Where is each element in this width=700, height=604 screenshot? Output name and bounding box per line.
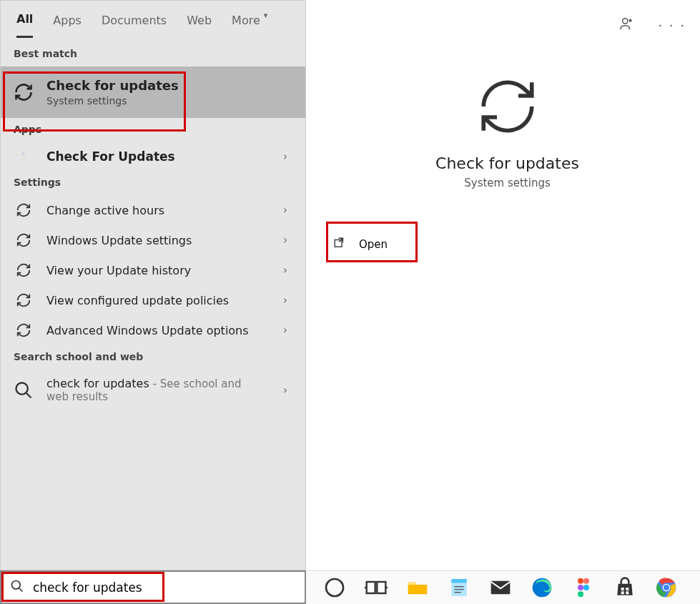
java-app-icon — [14, 149, 34, 164]
chevron-right-icon[interactable]: › — [278, 384, 292, 397]
tab-all[interactable]: All — [16, 12, 33, 38]
section-best-match: Best match — [1, 42, 305, 66]
svg-rect-8 — [377, 582, 385, 593]
settings-title: Change active hours — [46, 204, 265, 217]
search-icon — [14, 380, 34, 400]
search-input[interactable] — [33, 580, 305, 595]
svg-rect-25 — [621, 591, 624, 594]
more-options-icon[interactable]: · · · — [658, 18, 686, 33]
settings-result-advanced-update[interactable]: Advanced Windows Update options › — [1, 315, 305, 345]
chevron-down-icon: ▾ — [264, 11, 268, 20]
settings-title: View configured update policies — [46, 294, 265, 307]
sync-icon — [14, 232, 34, 248]
svg-point-6 — [326, 579, 343, 596]
svg-line-1 — [26, 392, 31, 397]
web-search-result[interactable]: check for updates - See school and web r… — [1, 370, 305, 410]
tab-more-label: More — [232, 14, 260, 27]
edge-icon[interactable] — [531, 576, 553, 599]
svg-rect-23 — [621, 588, 624, 590]
feedback-icon[interactable] — [619, 16, 635, 34]
section-settings: Settings — [1, 171, 305, 195]
svg-point-22 — [578, 591, 583, 597]
app-result[interactable]: Check For Updates › — [1, 142, 305, 171]
settings-result-update-history[interactable]: View your Update history › — [1, 255, 305, 285]
tab-apps[interactable]: Apps — [53, 14, 82, 37]
preview-subtitle: System settings — [464, 177, 551, 189]
chevron-right-icon[interactable]: › — [278, 324, 292, 337]
notepad-icon[interactable] — [448, 576, 470, 599]
store-icon[interactable] — [613, 576, 636, 599]
mail-icon[interactable] — [489, 576, 512, 599]
search-results-panel: All Apps Documents Web More ▾ Best match… — [0, 0, 306, 570]
chevron-right-icon[interactable]: › — [278, 204, 292, 217]
svg-rect-7 — [367, 582, 375, 593]
chevron-right-icon[interactable]: › — [278, 234, 292, 247]
file-explorer-icon[interactable] — [406, 576, 429, 599]
open-action[interactable]: Open — [315, 231, 672, 258]
sync-icon — [14, 202, 34, 218]
svg-point-2 — [623, 19, 628, 24]
tab-web[interactable]: Web — [187, 14, 212, 37]
svg-rect-16 — [491, 581, 511, 595]
svg-line-5 — [19, 588, 23, 591]
settings-title: Windows Update settings — [46, 234, 265, 247]
svg-rect-26 — [626, 591, 628, 594]
sync-icon — [14, 82, 34, 102]
svg-point-0 — [16, 382, 28, 394]
settings-title: View your Update history — [46, 264, 265, 277]
header-actions: · · · — [619, 16, 686, 34]
search-box[interactable] — [0, 570, 306, 604]
web-query: check for updates — [46, 377, 149, 390]
best-match-subtitle: System settings — [46, 95, 292, 107]
best-match-body: Check for updates System settings — [46, 78, 292, 107]
sync-icon — [14, 322, 34, 338]
open-label: Open — [359, 238, 388, 251]
app-result-title: Check For Updates — [46, 149, 265, 164]
svg-point-29 — [664, 585, 669, 590]
svg-point-18 — [578, 578, 583, 584]
chevron-right-icon[interactable]: › — [278, 264, 292, 277]
svg-point-4 — [12, 580, 21, 589]
figma-icon[interactable] — [572, 576, 595, 599]
chevron-right-icon[interactable]: › — [278, 150, 292, 163]
svg-point-20 — [578, 585, 583, 590]
sync-icon-large — [475, 74, 540, 142]
settings-result-update-settings[interactable]: Windows Update settings › — [1, 225, 305, 255]
svg-rect-24 — [626, 588, 628, 590]
search-tabs: All Apps Documents Web More ▾ — [1, 1, 305, 42]
settings-result-active-hours[interactable]: Change active hours › — [1, 195, 305, 225]
settings-result-update-policies[interactable]: View configured update policies › — [1, 285, 305, 315]
svg-point-21 — [583, 585, 589, 590]
chrome-icon[interactable] — [655, 576, 678, 599]
sync-icon — [14, 262, 34, 278]
best-match-title: Check for updates — [46, 78, 292, 93]
preview-title: Check for updates — [435, 154, 579, 172]
sync-icon — [14, 292, 34, 308]
svg-point-19 — [583, 578, 589, 584]
tab-more[interactable]: More ▾ — [232, 14, 267, 37]
chevron-right-icon[interactable]: › — [278, 294, 292, 307]
svg-rect-12 — [451, 579, 466, 583]
section-apps: Apps — [1, 118, 305, 142]
preview-pane: Check for updates System settings Open — [315, 53, 700, 570]
search-icon — [10, 579, 24, 596]
cortana-icon[interactable] — [323, 576, 346, 599]
best-match-result[interactable]: Check for updates System settings — [1, 66, 305, 118]
section-search-web: Search school and web — [1, 345, 305, 370]
task-view-icon[interactable] — [365, 576, 388, 599]
open-icon — [333, 237, 346, 252]
taskbar — [306, 570, 700, 604]
settings-title: Advanced Windows Update options — [46, 324, 265, 337]
tab-documents[interactable]: Documents — [102, 14, 167, 37]
